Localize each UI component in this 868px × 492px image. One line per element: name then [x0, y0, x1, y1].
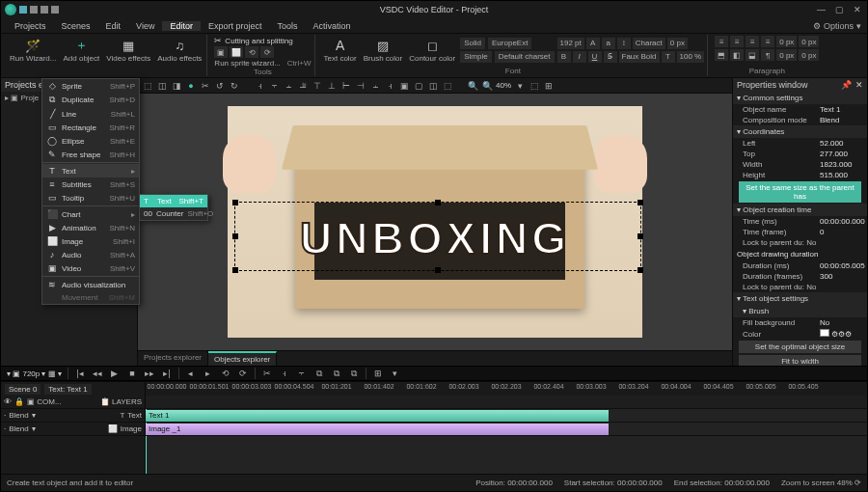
tool-icon[interactable]: ✂ [261, 368, 273, 379]
duration-ms-field[interactable]: 00:00:05.005 [820, 261, 863, 270]
menu-item-sprite[interactable]: ◇SpriteShift+P [42, 79, 139, 93]
tab-objects-explorer[interactable]: Objects explorer [208, 351, 277, 366]
spacing-field[interactable]: 0 px [667, 38, 688, 49]
video-effects-button[interactable]: ▦Video effects [104, 36, 152, 64]
step-back-icon[interactable]: ◂◂ [92, 368, 103, 379]
tool-icon[interactable]: ⧉ [348, 368, 360, 379]
tool-icon[interactable]: ⟲ [220, 368, 231, 379]
tool-icon[interactable]: ⧉ [313, 368, 325, 379]
close-icon[interactable]: ✕ [855, 80, 863, 90]
indent-field[interactable]: 0 px [799, 49, 819, 61]
tool-icon[interactable]: ▸ [203, 368, 214, 379]
faux-bold-button[interactable]: Faux Bold [619, 51, 660, 63]
tool-icon[interactable]: ↺ [214, 80, 226, 92]
text-tab[interactable]: Text: Text 1 [44, 384, 91, 395]
menu-item-line[interactable]: ╱LineShift+L [42, 107, 139, 121]
valign-top-button[interactable]: ⬒ [715, 49, 728, 61]
tool-icon[interactable]: ⟳ [260, 46, 274, 58]
align-icon[interactable]: ⊥ [326, 80, 338, 92]
menu-item-ellipse[interactable]: ◯EllipseShift+E [42, 134, 139, 148]
italic-button[interactable]: I [573, 51, 586, 63]
menu-tools[interactable]: Tools [269, 21, 305, 31]
menu-item-audio-visualization[interactable]: ≋Audio visualization [42, 278, 139, 291]
time-ms-field[interactable]: 00:00:00.000 [820, 217, 863, 226]
time-frame-field[interactable]: 0 [820, 228, 863, 236]
underline-button[interactable]: U [588, 51, 602, 63]
qat-icon[interactable] [19, 6, 27, 14]
menu-item-rectangle[interactable]: ▭RectangleShift+R [42, 121, 139, 134]
object-name-field[interactable]: Text 1 [820, 105, 863, 114]
tool-icon[interactable]: ● [185, 80, 197, 92]
composition-mode-field[interactable]: Blend [820, 116, 863, 124]
optimal-size-button[interactable]: Set the optimal object size [739, 341, 861, 353]
menu-item-tooltip[interactable]: ▭TooltipShift+U [42, 191, 139, 205]
clip[interactable]: Text 1 [146, 410, 609, 422]
goto-start-icon[interactable]: |◂ [74, 368, 86, 379]
align-icon[interactable]: ⫡ [297, 80, 309, 92]
selection-box[interactable] [235, 203, 640, 270]
minimize-icon[interactable]: — [817, 5, 826, 14]
menu-item-audio[interactable]: ♪AudioShift+A [42, 248, 139, 261]
track-header[interactable]: ·Blend▾TText [1, 409, 145, 423]
menu-item-animation[interactable]: ▶AnimationShift+N [42, 221, 139, 234]
width-field[interactable]: 1823.000 [820, 160, 863, 169]
zoom-value[interactable]: 40% [496, 81, 511, 90]
zoom-in-icon[interactable]: 🔍 [481, 80, 493, 92]
tool-icon[interactable]: A [586, 38, 600, 49]
menu-item-movement[interactable]: MovementShift+M [42, 291, 139, 304]
text-color-button[interactable]: AText color [322, 36, 359, 64]
tool-icon[interactable]: ✂ [200, 80, 211, 92]
qat-icon[interactable] [41, 6, 48, 14]
align-right-button[interactable]: ≡ [746, 36, 759, 47]
font-size-field[interactable]: 192 pt [557, 38, 584, 49]
tool-icon[interactable]: ↻ [229, 80, 240, 92]
menu-activation[interactable]: Activation [305, 21, 358, 31]
tool-icon[interactable]: ⧉ [331, 368, 342, 379]
duration-frames-field[interactable]: 300 [820, 272, 863, 281]
simple-dropdown[interactable]: Simple [460, 51, 491, 63]
step-fwd-icon[interactable]: ▸▸ [144, 368, 155, 379]
align-icon[interactable]: ▢ [413, 80, 424, 92]
viewport[interactable]: UNBOXING [138, 94, 732, 350]
tool-icon[interactable]: ⬚ [142, 80, 153, 92]
audio-effects-button[interactable]: ♫Audio effects [155, 36, 203, 64]
tool-icon[interactable]: ◫ [156, 80, 168, 92]
indent-field[interactable]: 0 px [776, 36, 797, 47]
scene-tab[interactable]: Scene 0 [5, 384, 41, 395]
track[interactable]: Image _1 [146, 423, 867, 436]
left-field[interactable]: 52.000 [820, 139, 863, 148]
pin-icon[interactable]: 📌 [841, 80, 852, 90]
scale-field[interactable]: 100 % [677, 51, 705, 63]
tool-icon[interactable]: ⟲ [245, 46, 258, 58]
menu-view[interactable]: View [128, 21, 162, 31]
menu-edit[interactable]: Edit [98, 21, 129, 31]
tool-icon[interactable]: ⊞ [543, 80, 555, 92]
maximize-icon[interactable]: ▢ [835, 5, 844, 14]
same-size-button[interactable]: Set the same size as the parent has [739, 181, 861, 203]
color-field[interactable]: ⚙⚙⚙ [820, 329, 863, 339]
font-family-dropdown[interactable]: EuropeExt [488, 38, 531, 49]
resolution-dropdown[interactable]: ▾ ▣ 720p ▾ ▦ ▾ [7, 369, 62, 378]
menu-item-free-shape[interactable]: ✎Free shapeShift+H [42, 148, 139, 161]
indent-field[interactable]: 0 px [776, 49, 797, 61]
menu-editor[interactable]: Editor [162, 21, 201, 31]
options-button[interactable]: ⚙ Options ▾ [813, 21, 861, 31]
goto-end-icon[interactable]: ▸| [161, 368, 173, 379]
close-icon[interactable]: ✕ [854, 5, 861, 14]
align-icon[interactable]: ⫠ [283, 80, 294, 92]
valign-mid-button[interactable]: ◧ [730, 49, 744, 61]
align-center-button[interactable]: ≡ [730, 36, 744, 47]
tool-icon[interactable]: ↕ [617, 38, 631, 49]
tool-icon[interactable]: ⟳ [237, 368, 249, 379]
tab-projects-explorer[interactable]: Projects explorer [138, 351, 208, 366]
qat-icon[interactable] [30, 6, 38, 14]
menu-projects[interactable]: Projects [7, 21, 54, 31]
align-icon[interactable]: ⊤ [312, 80, 323, 92]
submenu-item-text[interactable]: TTextShift+T [140, 195, 207, 207]
solid-dropdown[interactable]: Solid [460, 38, 485, 49]
tool-icon[interactable]: ◂ [185, 368, 197, 379]
align-icon[interactable]: ⫠ [369, 80, 381, 92]
height-field[interactable]: 515.000 [820, 171, 863, 179]
align-icon[interactable]: ⫞ [254, 80, 265, 92]
brush-color-button[interactable]: ▨Brush color [362, 36, 404, 64]
